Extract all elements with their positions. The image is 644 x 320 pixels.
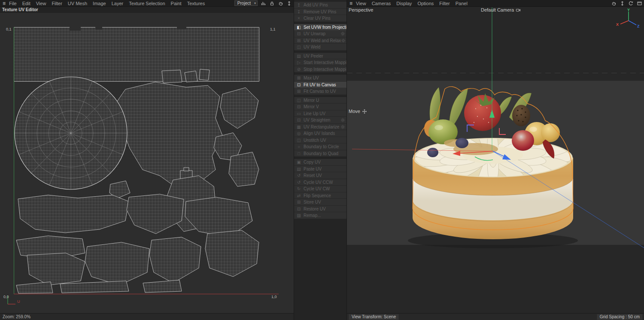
command-cycle-uv-ccw: ↺Cycle UV CCW <box>294 179 346 186</box>
bodypaint-uv-edit-workspace: ≡ FileEditViewFilterUV MeshImageLayerTex… <box>0 0 644 320</box>
lock-icon[interactable] <box>269 1 275 6</box>
command-label: Reset UV <box>304 173 322 178</box>
menu-item-view[interactable]: View <box>356 1 366 6</box>
command-reset-uv: ↺Reset UV <box>294 172 346 179</box>
remove-uv-pins-icon: ↧ <box>296 9 302 14</box>
command-label: Mirror U <box>304 98 319 103</box>
panel-title: Texture UV Editor <box>0 6 294 13</box>
histogram-icon[interactable] <box>261 1 266 6</box>
reset-uv-icon: ↺ <box>296 173 302 178</box>
menu-item-view[interactable]: View <box>36 1 46 6</box>
menu-item-layer[interactable]: Layer <box>112 1 124 6</box>
command-uv-peeler: ▤UV Peeler <box>294 53 346 60</box>
chevron-down-icon: ▾ <box>254 1 256 5</box>
command-label: Unstitch UV <box>304 138 326 143</box>
perspective-viewport: ≡ ViewCamerasDisplayOptionsFilterPanel <box>347 0 644 320</box>
command-label: Fit Canvas to UV <box>304 89 336 94</box>
command-label: Cycle UV CW <box>304 186 330 191</box>
uv-commands-list: ↥Add UV Pins↧Remove UV Pins×Clear UV Pin… <box>294 0 346 219</box>
remap-icon: ▨ <box>296 213 302 218</box>
command-fit-uv-to-canvas[interactable]: ⊡Fit UV to Canvas <box>294 82 346 88</box>
pan-hand-icon[interactable] <box>278 1 283 6</box>
mirror-v-icon: ⊟ <box>296 104 302 109</box>
pan-hand-icon[interactable] <box>611 1 617 6</box>
gear-icon[interactable] <box>340 125 345 129</box>
menu-icon[interactable]: ≡ <box>349 0 352 6</box>
maximize-icon[interactable] <box>637 1 642 6</box>
command-boundary-to-circle: ○Boundary to Circle <box>294 143 346 150</box>
command-set-uvw-from-projection[interactable]: ◧Set UVW from Projection <box>294 24 346 31</box>
command-label: Line Up UV <box>304 111 325 116</box>
command-label: Flip Sequence <box>304 193 331 198</box>
menu-item-file[interactable]: File <box>9 1 17 6</box>
restore-uv-icon: ⊟ <box>296 207 302 211</box>
menu-item-display[interactable]: Display <box>396 1 412 6</box>
command-max-uv: ⊠Max UV <box>294 75 346 82</box>
command-label: Boundary to Quad <box>304 151 338 156</box>
uv-wireframe[interactable] <box>14 27 259 294</box>
cycle-uv-ccw-icon: ↺ <box>296 180 302 185</box>
active-tool-label: Move <box>349 109 367 114</box>
uv-canvas[interactable]: U 0,1 1,1 0,0 1,0 <box>0 13 294 314</box>
gear-icon[interactable] <box>341 38 346 43</box>
camera-label[interactable]: Default Camera <box>481 7 521 12</box>
command-label: UV Peeler <box>304 54 323 58</box>
y-axis-label: Y <box>627 8 630 12</box>
menu-item-filter[interactable]: Filter <box>439 1 450 6</box>
uv-commands-panel: ↥Add UV Pins↧Remove UV Pins×Clear UV Pin… <box>294 0 347 320</box>
command-cycle-uv-cw: ↻Cycle UV CW <box>294 186 346 192</box>
world-axis-gizmo: Y X Z <box>614 8 641 29</box>
command-uv-weld: ◫UV Weld <box>294 44 346 51</box>
dolly-icon[interactable] <box>620 1 625 6</box>
dolly-icon[interactable] <box>286 1 292 6</box>
uv-editor-menu: FileEditViewFilterUV MeshImageLayerTextu… <box>9 1 205 6</box>
menu-item-cameras[interactable]: Cameras <box>372 1 391 6</box>
command-align-uv-islands: ◎Align UV Islands <box>294 130 346 137</box>
command-uv-unwrap: ⊟UV Unwrap <box>294 30 346 37</box>
menu-icon[interactable]: ≡ <box>3 0 6 6</box>
command-remove-uv-pins: ↧Remove UV Pins <box>294 9 346 15</box>
command-copy-uv: ▣Copy UV <box>294 159 346 166</box>
uv-corner-top-right: 1,1 <box>270 27 276 31</box>
z-axis-label: Z <box>637 24 640 28</box>
move-tool-icon <box>362 109 367 114</box>
align-uv-islands-icon: ◎ <box>296 131 302 136</box>
command-clear-uv-pins: ×Clear UV Pins <box>294 15 346 22</box>
menu-item-edit[interactable]: Edit <box>22 1 30 6</box>
uv-corner-top-left: 0,1 <box>6 27 12 31</box>
command-label: Stop Interactive Mapping <box>304 67 346 72</box>
command-label: Remap... <box>304 213 321 218</box>
command-label: Max UV <box>304 76 319 80</box>
command-label: Paste UV <box>304 167 322 171</box>
uv-editor-menubar: ≡ FileEditViewFilterUV MeshImageLayerTex… <box>0 0 294 7</box>
uv-v-axis-line <box>14 27 14 294</box>
menu-item-uv-mesh[interactable]: UV Mesh <box>68 1 87 6</box>
menu-item-texture-selection[interactable]: Texture Selection <box>129 1 165 6</box>
menu-item-panel[interactable]: Panel <box>456 1 468 6</box>
menu-item-textures[interactable]: Textures <box>187 1 205 6</box>
gear-icon[interactable] <box>340 118 345 122</box>
menu-item-filter[interactable]: Filter <box>52 1 62 6</box>
unstitch-uv-icon: ◫ <box>296 138 302 143</box>
menu-item-options[interactable]: Options <box>417 1 434 6</box>
flip-sequence-icon: ⇄ <box>296 193 302 198</box>
command-label: UV Unwrap <box>304 31 325 36</box>
command-label: UV Weld and Relax <box>304 38 341 43</box>
orbit-icon[interactable] <box>628 1 634 6</box>
command-uv-rectangularize: ▦UV Rectangularize <box>294 124 346 131</box>
menu-item-image[interactable]: Image <box>93 1 106 6</box>
uv-u-axis-line <box>14 294 279 294</box>
cycle-uv-cw-icon: ↻ <box>296 186 302 191</box>
command-unstitch-uv: ◫Unstitch UV <box>294 137 346 144</box>
project-select[interactable]: Project ▾ <box>234 0 258 6</box>
3d-scene <box>347 6 644 314</box>
viewport-canvas[interactable]: Perspective Default Camera Move Y <box>347 6 644 314</box>
gear-icon[interactable] <box>340 31 345 36</box>
uv-editor-panel: ≡ FileEditViewFilterUV MeshImageLayerTex… <box>0 0 294 320</box>
command-paste-uv: ▤Paste UV <box>294 166 346 173</box>
store-uv-icon: ⊞ <box>296 200 302 204</box>
menu-item-paint[interactable]: Paint <box>171 1 182 6</box>
command-label: Boundary to Circle <box>304 144 339 149</box>
camera-icon <box>516 8 521 12</box>
view-transform-status: View Transform: Scene <box>349 314 399 320</box>
